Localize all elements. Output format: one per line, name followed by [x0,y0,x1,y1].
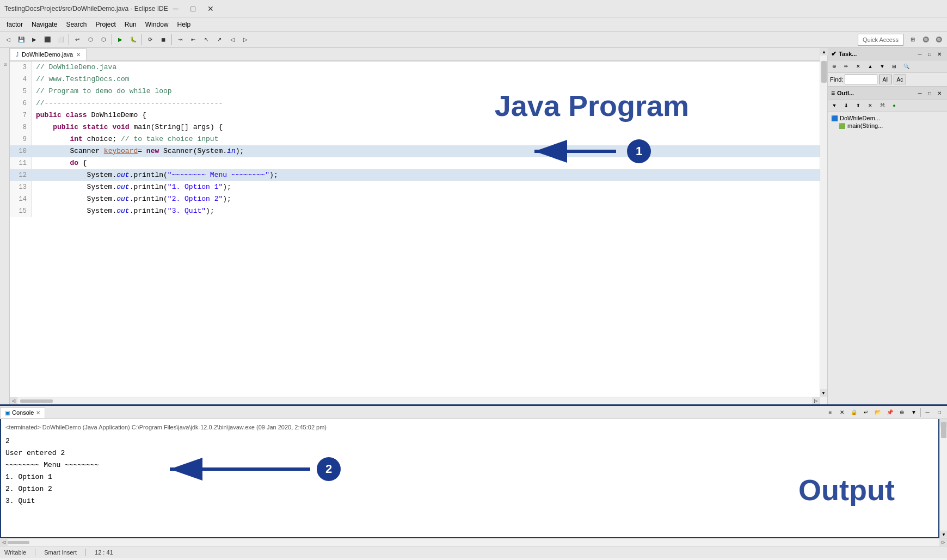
toolbar-btn-12[interactable]: ⇤ [187,34,199,46]
outline-close-button[interactable]: ✕ [935,89,944,97]
task-tb-btn-4[interactable]: ▲ [865,61,876,71]
vscroll-thumb[interactable] [821,61,827,83]
console-hscroll-track[interactable] [8,540,939,545]
menu-item-search[interactable]: Search [62,20,91,29]
task-tb-btn-7[interactable]: 🔍 [901,61,912,71]
toolbar-separator-4 [171,34,172,45]
console-vscroll[interactable]: ▲ ▼ [939,419,947,538]
toolbar-next-button[interactable]: ▷ [239,34,251,46]
toolbar-btn-5[interactable]: ⬜ [54,34,66,46]
outline-maximize-button[interactable]: □ [925,89,934,97]
task-tb-btn-6[interactable]: ⊞ [889,61,900,71]
outline-tb-btn-6[interactable]: ● [889,101,900,110]
editor-tab-dowhiledemo[interactable]: J DoWhileDemo.java ✕ [10,48,87,60]
outline-item-dowhiledemo[interactable]: 🟦 DoWhileDem... [830,114,945,122]
console-hscroll-right[interactable]: ▷ [939,539,947,546]
status-writable: Writable [4,549,26,556]
toolbar-btn-8[interactable]: ⬡ [97,34,109,46]
tab-close-button[interactable]: ✕ [76,52,81,58]
tasks-minimize-button[interactable]: ─ [915,50,924,58]
scroll-right-button[interactable]: ▷ [812,397,820,405]
outline-tb-btn-3[interactable]: ⬆ [853,101,864,110]
console-pin-button[interactable]: 📌 [884,408,895,417]
console-open-log-button[interactable]: 📂 [872,408,883,417]
toolbar-perspective-button[interactable]: ⊞ [907,34,919,46]
menu-item-help[interactable]: Help [173,20,195,29]
console-hscroll-thumb[interactable] [8,541,29,544]
toolbar-icon-btn2[interactable]: 🔘 [933,34,945,46]
menu-item-navigate[interactable]: Navigate [27,20,62,29]
task-tb-btn-3[interactable]: ✕ [853,61,864,71]
vscroll-up-button[interactable]: ▲ [820,48,828,56]
console-word-wrap-button[interactable]: ↵ [860,408,871,417]
console-vscroll-down[interactable]: ▼ [940,531,947,538]
find-ac-button[interactable]: Ac [894,75,907,84]
console-maximize-button[interactable]: □ [934,408,945,417]
tasks-close-button[interactable]: ✕ [935,50,944,58]
minimize-button[interactable]: ─ [168,3,183,14]
toolbar-icon-btn[interactable]: 🔘 [920,34,932,46]
close-button[interactable]: ✕ [203,3,218,14]
console-scroll-lock-button[interactable]: 🔒 [848,408,859,417]
console-tab-icon: ▣ [5,410,10,416]
code-line-7: 7 public class DoWhileDemo { [10,109,820,121]
toolbar-btn-14[interactable]: ↗ [213,34,225,46]
code-content[interactable]: 3 // DoWhileDemo.java 4 // www.TestingDo… [10,61,820,397]
tasks-maximize-button[interactable]: □ [925,50,934,58]
toolbar-btn-6[interactable]: ↩ [71,34,83,46]
line-number-6: 6 [10,97,32,109]
mid-section: B J DoWhileDemo.java ✕ [0,48,947,404]
console-new-button[interactable]: ⊕ [896,408,907,417]
code-lines: 3 // DoWhileDemo.java 4 // www.TestingDo… [10,61,820,217]
console-minimize-button[interactable]: ─ [922,408,933,417]
vscroll-down-button[interactable]: ▼ [820,389,827,397]
task-tb-btn-1[interactable]: ⊕ [829,61,840,71]
outline-tb-btn-1[interactable]: ▼ [829,101,840,110]
outline-item-main[interactable]: 🟩 main(String... [830,122,945,130]
toolbar-new-button[interactable]: ◁ [2,34,14,46]
toolbar-btn-11[interactable]: ⇥ [174,34,186,46]
console-tab[interactable]: ▣ Console ✕ [0,407,45,418]
toolbar-btn-3[interactable]: ▶ [28,34,40,46]
toolbar-btn-9[interactable]: ⟳ [144,34,156,46]
editor-vscroll[interactable]: ▲ ▼ [820,48,827,404]
scroll-left-button[interactable]: ◁ [10,397,17,405]
outline-tb-btn-4[interactable]: ✕ [865,101,876,110]
toolbar-prev-button[interactable]: ◁ [226,34,238,46]
menu-item-factor[interactable]: factor [2,20,27,29]
toolbar-debug-button[interactable]: 🐛 [127,34,139,46]
find-all-button[interactable]: All [879,75,891,84]
hscroll-thumb[interactable] [20,399,53,403]
console-hscroll-left[interactable]: ◁ [0,539,8,546]
console-tab-close-button[interactable]: ✕ [36,410,40,416]
console-clear-button[interactable]: ✕ [837,408,847,417]
outline-tb-btn-2[interactable]: ⬇ [841,101,852,110]
line-content-6: //--------------------------------------… [32,97,223,109]
outline-item-label-main: main(String... [847,122,883,129]
console-hscroll[interactable]: ◁ ▷ [0,538,947,546]
maximize-button[interactable]: □ [186,3,201,14]
task-tb-btn-2[interactable]: ✏ [841,61,852,71]
console-vscroll-thumb[interactable] [941,422,946,438]
menu-item-run[interactable]: Run [120,20,141,29]
horizontal-scrollbar[interactable]: ◁ ▷ [10,397,820,404]
hscroll-track[interactable] [17,398,812,404]
menu-item-project[interactable]: Project [91,20,120,29]
toolbar-btn-13[interactable]: ↖ [200,34,212,46]
toolbar-run-button[interactable]: ▶ [114,34,126,46]
find-input[interactable] [845,75,877,84]
outline-tb-btn-5[interactable]: ⌘ [877,101,888,110]
code-line-8: 8 public static void main(String[] args)… [10,121,820,133]
toolbar-btn-7[interactable]: ⬡ [84,34,96,46]
line-number-9: 9 [10,133,32,145]
console-stop-button[interactable]: ■ [825,408,835,417]
console-display-btn[interactable]: ▼ [908,408,919,417]
menu-item-window[interactable]: Window [141,20,173,29]
toolbar-separator-1 [69,34,69,45]
quick-access-box[interactable]: Quick Access [858,34,903,46]
toolbar-save-button[interactable]: 💾 [15,34,27,46]
outline-minimize-button[interactable]: ─ [915,89,924,97]
toolbar-btn-10[interactable]: ◼ [157,34,169,46]
task-tb-btn-5[interactable]: ▼ [877,61,888,71]
toolbar-btn-4[interactable]: ⬛ [41,34,53,46]
